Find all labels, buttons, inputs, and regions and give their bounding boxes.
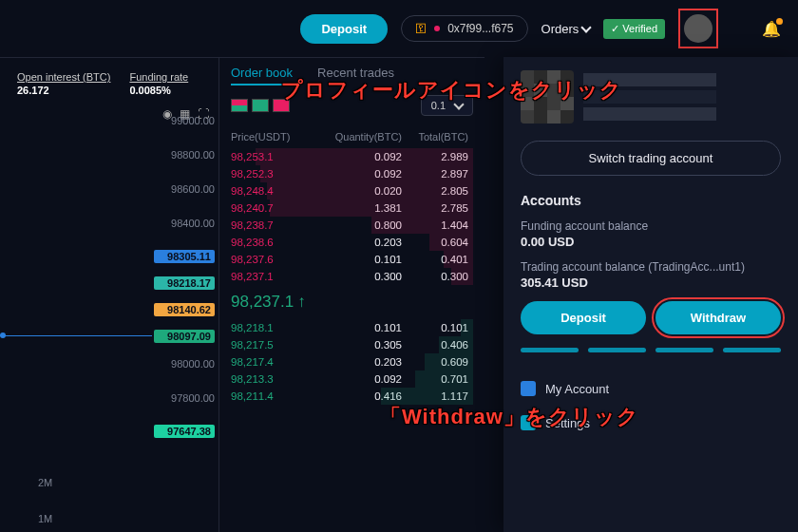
y-tick: 98000.00 [154, 358, 215, 375]
mid-price: 98,237.1 [231, 285, 473, 319]
trading-balance-label: Trading account balance (TradingAcc...un… [521, 260, 781, 274]
chart-column: Open interest (BTC) 26.172 Funding rate … [0, 57, 218, 532]
accounts-heading: Accounts [521, 193, 781, 208]
orderbook-row[interactable]: 98,213.30.0920.701 [231, 370, 473, 388]
price-line [0, 335, 152, 336]
orderbook-row[interactable]: 98,240.71.3812.785 [231, 200, 473, 217]
time-tick: 2M [38, 477, 52, 488]
funding-rate-value: 0.0085% [129, 85, 188, 96]
open-interest-label: Open interest (BTC) [17, 71, 110, 83]
annotation-withdraw: 「Withdraw」をクリック [380, 403, 639, 431]
price-tag: 98097.09 [154, 330, 215, 343]
profile-avatar[interactable] [684, 14, 712, 43]
y-tick: 98600.00 [154, 183, 215, 200]
y-tick: 98800.00 [154, 149, 215, 166]
header-deposit-button[interactable]: Deposit [300, 14, 388, 44]
time-tick: 1M [38, 513, 52, 524]
menu-label: My Account [545, 382, 609, 396]
view-both-icon[interactable] [231, 99, 248, 112]
orderbook-row[interactable]: 98,237.60.1010.401 [231, 251, 473, 268]
funding-balance-label: Funding account balance [521, 219, 781, 233]
y-tick: 98400.00 [154, 218, 215, 235]
y-tick: 97800.00 [154, 392, 215, 409]
wallet-address-text: 0x7f99...f675 [447, 22, 513, 35]
profile-side-panel: Switch trading account Accounts Funding … [504, 57, 798, 532]
view-buys-icon[interactable] [252, 99, 269, 112]
profile-button-highlight [678, 9, 718, 48]
verified-badge: ✓ Verified [603, 19, 665, 39]
orderbook-panel: Order book Recent trades 0.1 Price(USDT)… [218, 57, 484, 532]
trading-balance-value: 305.41 USD [521, 276, 781, 290]
orderbook-row[interactable]: 98,237.10.3000.300 [231, 268, 473, 285]
orderbook-row[interactable]: 98,238.60.2030.604 [231, 234, 473, 251]
orderbook-row[interactable]: 98,253.10.0922.989 [231, 148, 473, 165]
open-interest-value: 26.172 [17, 85, 110, 96]
panel-withdraw-button[interactable]: Withdraw [656, 301, 781, 334]
orderbook-row[interactable]: 98,252.30.0922.897 [231, 165, 473, 182]
orderbook-row[interactable]: 98,217.40.2030.609 [231, 353, 473, 370]
orderbook-row[interactable]: 98,238.70.8001.404 [231, 217, 473, 234]
orders-label: Orders [542, 22, 580, 36]
price-tag: 98305.11 [154, 250, 215, 263]
chevron-down-icon [581, 22, 592, 32]
price-tag: 98218.17 [154, 276, 215, 290]
menu-my-account[interactable]: My Account [521, 371, 781, 406]
annotation-profile: プロフィールアイコンをクリック [281, 76, 622, 104]
switch-account-button[interactable]: Switch trading account [521, 141, 781, 176]
panel-deposit-button[interactable]: Deposit [521, 301, 646, 334]
progress-segments [521, 348, 781, 352]
funding-balance-value: 0.00 USD [521, 235, 781, 249]
notifications-bell-icon[interactable]: 🔔 [762, 20, 781, 38]
orders-dropdown[interactable]: Orders [542, 22, 591, 36]
price-tag: 98140.62 [154, 303, 215, 316]
top-header: Deposit ⚿ 0x7f99...f675 Orders ✓ Verifie… [0, 0, 798, 57]
price-tag-last: 97647.38 [154, 425, 215, 438]
funding-rate-label: Funding rate [129, 71, 188, 83]
wallet-address-pill[interactable]: ⚿ 0x7f99...f675 [401, 15, 527, 42]
orderbook-row[interactable]: 98,218.10.1010.101 [231, 319, 473, 336]
key-icon: ⚿ [415, 22, 427, 35]
orderbook-row[interactable]: 98,217.50.3050.406 [231, 336, 473, 353]
col-total: Total(BTC) [402, 131, 468, 142]
status-dot-icon [434, 26, 440, 31]
col-price: Price(USDT) [231, 131, 309, 142]
orderbook-row[interactable]: 98,248.40.0202.805 [231, 182, 473, 200]
col-qty: Quantity(BTC) [309, 131, 402, 142]
y-tick: 99000.00 [154, 115, 215, 132]
market-stats: Open interest (BTC) 26.172 Funding rate … [10, 66, 218, 107]
account-icon [521, 381, 536, 396]
